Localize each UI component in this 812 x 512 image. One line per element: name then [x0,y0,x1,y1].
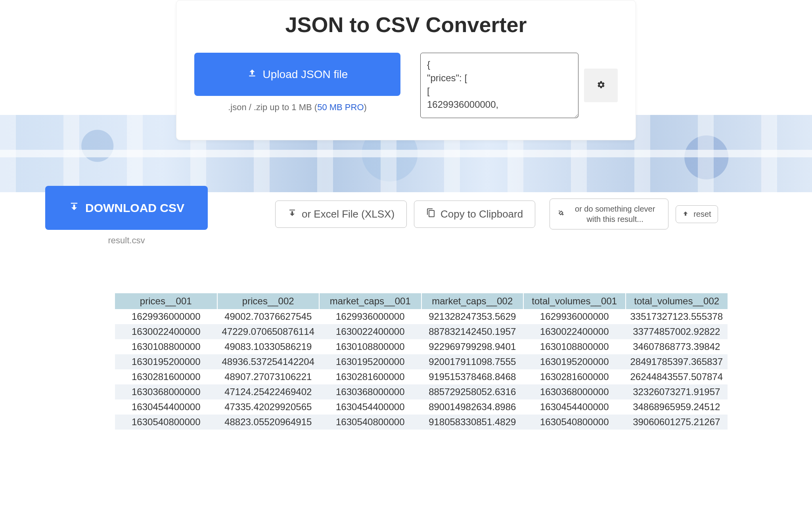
table-row: 163019520000048936.537254142204163019520… [115,354,728,369]
table-row: 163028160000048907.270731062211630281600… [115,369,728,384]
table-cell: 1630022400000 [523,324,626,339]
download-icon [69,201,80,215]
table-cell: 1630454400000 [115,399,217,415]
table-cell: 1630195200000 [319,354,421,369]
table-cell: 1630540800000 [115,415,217,430]
table-header: total_volumes__001 [523,293,626,309]
table-header: prices__001 [115,293,217,309]
table-header: market_caps__001 [319,293,421,309]
copy-clipboard-button[interactable]: Copy to Clipboard [414,201,535,228]
table-cell: 1630022400000 [115,324,217,339]
table-row: 163054080000048823.055209649151630540800… [115,415,728,430]
table-cell: 919515378468.8468 [421,369,524,384]
table-cell: 1630540800000 [523,415,626,430]
settings-button[interactable] [584,69,618,102]
table-row: 162993600000049002.703766275451629936000… [115,309,728,324]
table-cell: 1630454400000 [319,399,421,415]
table-row: 163010880000049083.103305862191630108800… [115,339,728,354]
download-button-label: DOWNLOAD CSV [85,201,184,215]
table-cell: 34607868773.39842 [626,339,728,354]
json-textarea[interactable] [420,53,578,118]
download-column: DOWNLOAD CSV result.csv [45,186,208,246]
upload-icon [247,68,257,81]
table-cell: 1630022400000 [319,324,421,339]
table-cell: 47124.25422469402 [217,384,320,399]
pro-link[interactable]: 50 MB PRO [317,102,364,112]
table-cell: 1630368000000 [319,384,421,399]
table-header: total_volumes__002 [626,293,728,309]
table-cell: 1630108800000 [115,339,217,354]
table-cell: 918058330851.4829 [421,415,524,430]
table-cell: 922969799298.9401 [421,339,524,354]
table-cell: 39060601275.21267 [626,415,728,430]
table-row: 163036800000047124.254224694021630368000… [115,384,728,399]
actions-row: DOWNLOAD CSV result.csv or Excel File (X… [45,186,767,246]
table-cell: 32326073271.91957 [626,384,728,399]
clever-button-label: or do something clever with this result.… [569,204,661,224]
gear-icon [597,80,605,90]
download-icon [287,208,297,220]
table-cell: 920017911098.7555 [421,354,524,369]
table-cell: 1630108800000 [319,339,421,354]
upload-json-button[interactable]: Upload JSON file [194,53,400,96]
upload-button-label: Upload JSON file [263,68,348,81]
table-cell: 1630195200000 [115,354,217,369]
page-title: JSON to CSV Converter [194,12,618,37]
table-cell: 1629936000000 [115,309,217,324]
table-header: prices__002 [217,293,320,309]
table-row: 163002240000047229.070650876114163002240… [115,324,728,339]
table-cell: 1630368000000 [523,384,626,399]
table-cell: 48823.05520964915 [217,415,320,430]
table-cell: 49083.10330586219 [217,339,320,354]
table-cell: 48907.27073106221 [217,369,320,384]
clever-action-button[interactable]: or do something clever with this result.… [550,199,668,229]
table-cell: 49002.70376627545 [217,309,320,324]
table-cell: 885729258052.6316 [421,384,524,399]
table-cell: 1630281600000 [523,369,626,384]
table-cell: 1630368000000 [115,384,217,399]
upload-column: Upload JSON file .json / .zip up to 1 MB… [194,53,400,113]
excel-button-label: or Excel File (XLSX) [302,208,395,220]
table-cell: 1629936000000 [319,309,421,324]
arrow-up-icon [682,210,689,219]
magic-wand-icon [557,209,564,219]
upload-hint: .json / .zip up to 1 MB (50 MB PRO) [194,102,400,113]
table-cell: 28491785397.365837 [626,354,728,369]
clipboard-button-label: Copy to Clipboard [440,208,523,220]
result-table-wrap: prices__001prices__002market_caps__001ma… [115,293,728,430]
result-table: prices__001prices__002market_caps__001ma… [115,293,728,430]
converter-card: JSON to CSV Converter Upload JSON file .… [176,0,636,140]
table-cell: 47335.42029920565 [217,399,320,415]
download-csv-button[interactable]: DOWNLOAD CSV [45,186,208,230]
input-row: Upload JSON file .json / .zip up to 1 MB… [194,53,618,118]
upload-hint-suffix: ) [364,102,367,112]
clipboard-icon [426,208,436,220]
table-cell: 1630540800000 [319,415,421,430]
table-cell: 887832142450.1957 [421,324,524,339]
table-cell: 48936.537254142204 [217,354,320,369]
table-cell: 47229.070650876114 [217,324,320,339]
table-cell: 1630281600000 [115,369,217,384]
excel-export-button[interactable]: or Excel File (XLSX) [275,201,407,228]
table-cell: 1629936000000 [523,309,626,324]
table-cell: 26244843557.507874 [626,369,728,384]
table-cell: 34868965959.24512 [626,399,728,415]
table-row: 163045440000047335.420299205651630454400… [115,399,728,415]
secondary-actions: or Excel File (XLSX) Copy to Clipboard o… [275,199,718,229]
table-cell: 33517327123.555378 [626,309,728,324]
table-header: market_caps__002 [421,293,524,309]
result-filename: result.csv [45,235,208,246]
table-cell: 1630281600000 [319,369,421,384]
table-cell: 921328247353.5629 [421,309,524,324]
upload-hint-prefix: .json / .zip up to 1 MB ( [228,102,317,112]
table-cell: 1630195200000 [523,354,626,369]
table-cell: 890014982634.8986 [421,399,524,415]
table-cell: 1630108800000 [523,339,626,354]
json-column [420,53,618,118]
table-cell: 1630454400000 [523,399,626,415]
reset-button-label: reset [693,210,711,219]
reset-button[interactable]: reset [676,205,718,223]
table-cell: 33774857002.92822 [626,324,728,339]
